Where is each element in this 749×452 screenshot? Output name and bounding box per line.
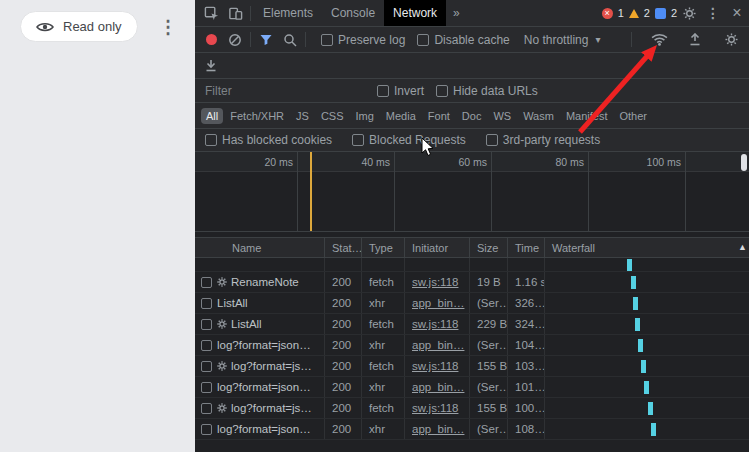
request-time: 101… bbox=[508, 377, 545, 397]
devtools-close-icon[interactable]: × bbox=[725, 0, 749, 26]
clear-button[interactable] bbox=[223, 27, 247, 52]
error-count: 1 bbox=[618, 7, 624, 19]
row-checkbox[interactable] bbox=[201, 298, 212, 309]
preserve-log-checkbox[interactable]: Preserve log bbox=[321, 33, 405, 47]
throttling-select[interactable]: No throttling ▾ bbox=[524, 33, 601, 47]
overview-band[interactable]: 20 ms40 ms60 ms80 ms100 ms bbox=[195, 152, 749, 232]
screen: Read only ⋮ ElementsConsoleNetwork » × 1… bbox=[0, 0, 749, 452]
export-har-download-icon[interactable] bbox=[199, 53, 223, 78]
chip-css[interactable]: CSS bbox=[316, 108, 349, 124]
throttling-value: No throttling bbox=[524, 33, 589, 47]
record-button[interactable] bbox=[199, 27, 223, 52]
request-status: 200 bbox=[325, 398, 362, 418]
row-checkbox[interactable] bbox=[201, 277, 212, 288]
initiator-link[interactable]: sw.js:118 bbox=[412, 402, 458, 414]
request-name-cell: log?format=js… bbox=[195, 356, 325, 376]
request-name-cell: log?format=json… bbox=[195, 419, 325, 439]
column-header-status[interactable]: Stat… bbox=[325, 238, 362, 257]
warning-count: 2 bbox=[644, 7, 650, 19]
row-checkbox[interactable] bbox=[201, 382, 212, 393]
column-header-initiator[interactable]: Initiator bbox=[405, 238, 470, 257]
chip-all[interactable]: All bbox=[201, 108, 223, 124]
network-filter-bar: Invert Hide data URLs bbox=[195, 79, 749, 103]
request-initiator-cell: app_bin… bbox=[405, 335, 470, 355]
request-row[interactable]: log?format=json… 200 xhr app_bin… (Ser… … bbox=[195, 335, 749, 356]
request-size: (Ser… bbox=[470, 419, 508, 439]
more-tabs-chevron[interactable]: » bbox=[446, 6, 467, 20]
row-checkbox[interactable] bbox=[201, 319, 212, 330]
initiator-link[interactable]: app_bin… bbox=[412, 297, 464, 309]
request-row[interactable]: ListAll 200 xhr app_bin… (Ser… 326… bbox=[195, 293, 749, 314]
waterfall-cell bbox=[545, 258, 749, 271]
page-kebab-menu-icon[interactable]: ⋮ bbox=[159, 16, 177, 38]
chip-img[interactable]: Img bbox=[351, 108, 379, 124]
tab-console[interactable]: Console bbox=[322, 0, 384, 26]
column-header-time[interactable]: Time bbox=[508, 238, 545, 257]
filter-input[interactable] bbox=[205, 84, 365, 98]
row-checkbox[interactable] bbox=[201, 424, 212, 435]
column-header-waterfall[interactable]: Waterfall bbox=[545, 238, 749, 257]
network-settings-gear-icon[interactable] bbox=[719, 33, 743, 46]
network-toolbar-row2 bbox=[195, 53, 749, 79]
page-background: Read only ⋮ bbox=[0, 0, 195, 452]
error-badge-icon[interactable]: × bbox=[602, 8, 613, 19]
chip-ws[interactable]: WS bbox=[488, 108, 516, 124]
chip-manifest[interactable]: Manifest bbox=[561, 108, 613, 124]
scroll-up-arrow-icon[interactable]: ▲ bbox=[738, 242, 747, 252]
waterfall-cell bbox=[545, 377, 749, 397]
disable-cache-checkbox[interactable]: Disable cache bbox=[417, 33, 509, 47]
initiator-link[interactable]: sw.js:118 bbox=[412, 360, 458, 372]
request-row[interactable]: log?format=json… 200 xhr app_bin… (Ser… … bbox=[195, 419, 749, 440]
request-name-cell: ListAll bbox=[195, 314, 325, 334]
inspect-element-icon[interactable] bbox=[199, 0, 223, 26]
devtools-settings-gear-icon[interactable] bbox=[677, 0, 701, 26]
chip-doc[interactable]: Doc bbox=[457, 108, 487, 124]
checkbox-has-blocked-cookies[interactable]: Has blocked cookies bbox=[205, 133, 332, 147]
initiator-link[interactable]: sw.js:118 bbox=[412, 318, 458, 330]
hide-data-urls-checkbox[interactable]: Hide data URLs bbox=[436, 84, 538, 98]
issues-badge-icon[interactable] bbox=[655, 8, 666, 19]
checkbox-label: 3rd-party requests bbox=[503, 133, 600, 147]
overview-scrollbar-thumb[interactable] bbox=[741, 154, 747, 171]
device-toolbar-icon[interactable] bbox=[223, 0, 247, 26]
import-har-icon[interactable] bbox=[683, 33, 707, 46]
row-checkbox[interactable] bbox=[201, 403, 212, 414]
column-header-name[interactable]: Name bbox=[195, 238, 325, 257]
initiator-link[interactable]: app_bin… bbox=[412, 339, 464, 351]
devtools-kebab-menu-icon[interactable]: ⋮ bbox=[701, 0, 725, 26]
initiator-link[interactable]: app_bin… bbox=[412, 381, 464, 393]
tab-network[interactable]: Network bbox=[384, 0, 446, 26]
checkbox-blocked-requests[interactable]: Blocked Requests bbox=[352, 133, 466, 147]
divider bbox=[250, 6, 251, 21]
network-conditions-wifi-icon[interactable] bbox=[647, 33, 671, 46]
initiator-link[interactable]: app_bin… bbox=[412, 423, 464, 435]
chip-media[interactable]: Media bbox=[381, 108, 421, 124]
checkbox-3rd-party-requests[interactable]: 3rd-party requests bbox=[486, 133, 600, 147]
tab-elements[interactable]: Elements bbox=[254, 0, 322, 26]
invert-checkbox[interactable]: Invert bbox=[377, 84, 424, 98]
request-row[interactable]: log?format=json… 200 xhr app_bin… (Ser… … bbox=[195, 377, 749, 398]
chip-fetch-xhr[interactable]: Fetch/XHR bbox=[225, 108, 289, 124]
request-initiator-cell: sw.js:118 bbox=[405, 356, 470, 376]
chip-font[interactable]: Font bbox=[423, 108, 455, 124]
row-checkbox[interactable] bbox=[201, 361, 212, 372]
request-row[interactable]: RenameNote 200 fetch sw.js:118 19 B 1.16… bbox=[195, 272, 749, 293]
chip-js[interactable]: JS bbox=[291, 108, 314, 124]
column-header-type[interactable]: Type bbox=[362, 238, 405, 257]
chip-other[interactable]: Other bbox=[614, 108, 652, 124]
filter-toggle-icon[interactable] bbox=[254, 27, 278, 52]
request-row[interactable]: ListAll 200 fetch sw.js:118 229 B 324… bbox=[195, 314, 749, 335]
warning-badge-icon[interactable] bbox=[629, 9, 639, 18]
request-row[interactable]: log?format=js… 200 fetch sw.js:118 155 B… bbox=[195, 398, 749, 419]
request-row[interactable] bbox=[195, 258, 749, 272]
clear-icon bbox=[228, 33, 242, 47]
read-only-button[interactable]: Read only bbox=[20, 11, 138, 42]
column-header-size[interactable]: Size bbox=[470, 238, 508, 257]
initiator-link[interactable]: sw.js:118 bbox=[412, 276, 458, 288]
devtools-tabs: ElementsConsoleNetwork bbox=[254, 0, 446, 26]
request-row[interactable]: log?format=js… 200 fetch sw.js:118 155 B… bbox=[195, 356, 749, 377]
chip-wasm[interactable]: Wasm bbox=[518, 108, 559, 124]
search-icon[interactable] bbox=[278, 27, 302, 52]
request-size bbox=[470, 258, 508, 271]
row-checkbox[interactable] bbox=[201, 340, 212, 351]
